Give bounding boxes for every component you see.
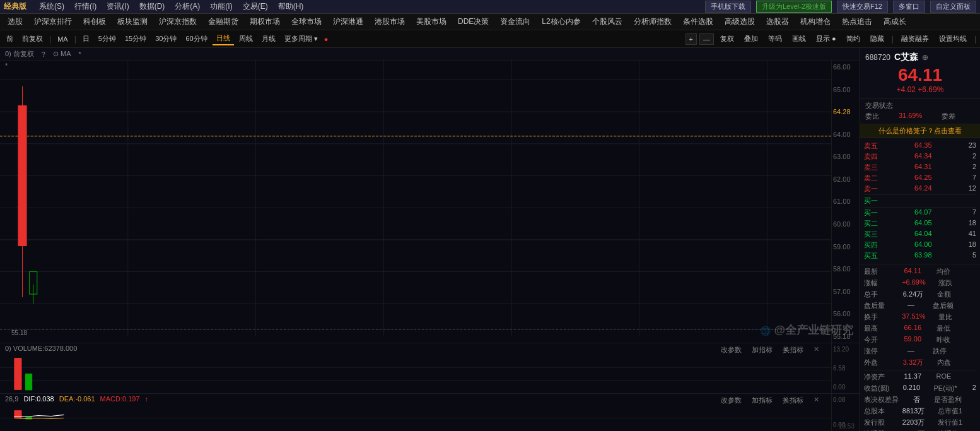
nav-selector[interactable]: 选股器 [761, 15, 794, 28]
macd-close-btn[interactable]: ✕ [811, 395, 822, 406]
tf-daily-active[interactable]: 日线 [213, 32, 234, 45]
buy-2-label: 买二 [864, 219, 878, 228]
buy-3: 买三 64.04 41 [864, 229, 976, 240]
price-scale: 66.00 65.00 64.28 64.00 63.00 62.00 61.0… [831, 61, 860, 343]
price-cage-banner[interactable]: 什么是价格笼子？点击查看 [860, 124, 980, 138]
tf-30min[interactable]: 30分钟 [151, 33, 180, 45]
nav-plate-monitor[interactable]: 板块监测 [112, 15, 153, 28]
stat-total-shares: 总股本 8813万 总市值1 [864, 406, 976, 417]
sell-orders: 卖五 64.35 23 卖四 64.34 2 卖三 64.31 2 卖二 64.… [864, 141, 976, 194]
menu-analysis[interactable]: 分析(A) [175, 1, 200, 12]
macd-chart [0, 405, 831, 431]
sell-5-vol: 23 [957, 141, 976, 151]
tf-5min[interactable]: 5分钟 [95, 33, 120, 45]
stock-name: C艾森 [894, 52, 918, 63]
ob-divider: 买一 [864, 194, 976, 208]
nav-condition[interactable]: 条件选股 [678, 15, 718, 28]
equal-btn[interactable]: 等码 [764, 33, 786, 45]
display-btn[interactable]: 显示 ● [812, 33, 840, 45]
setting-ma-btn[interactable]: 设置均线 [935, 33, 971, 45]
expand-icon[interactable]: ⊕ [922, 53, 928, 62]
menu-function[interactable]: 功能(I) [210, 1, 232, 12]
price-label-5518: 55.18 [833, 333, 858, 340]
chart-area: 0) 前复权 ? ⊙ MA * * [0, 48, 860, 431]
menu-info[interactable]: 资讯(I) [107, 1, 129, 12]
chart-info-prev: 0) 前复权 [5, 49, 34, 59]
chart-info-ma: ⊙ MA [53, 50, 71, 58]
buy-5-label: 买五 [864, 251, 878, 261]
zoom-minus-btn[interactable]: — [699, 33, 714, 45]
volume-chart [0, 355, 831, 393]
sell-2: 卖二 64.25 7 [864, 173, 976, 184]
overlay-btn[interactable]: 叠加 [740, 33, 762, 45]
hide-btn[interactable]: 隐藏 [866, 33, 888, 45]
fusion-btn[interactable]: 融资融券 [897, 33, 933, 45]
nav-index[interactable]: 沪深京指数 [154, 15, 202, 28]
nav-global[interactable]: 全球市场 [286, 15, 327, 28]
stat-circulating: 流通股 1663万 流通信1 [864, 428, 976, 431]
macd-switch-indicator-btn[interactable]: 换指标 [780, 395, 806, 406]
multi-window-btn[interactable]: 多窗口 [893, 1, 925, 13]
tf-more[interactable]: 更多周期 ▾ [281, 33, 322, 45]
vol-switch-indicator-btn[interactable]: 换指标 [780, 345, 806, 355]
nav-stock-cloud[interactable]: 个股风云 [587, 15, 627, 28]
simple-btn[interactable]: 简约 [843, 33, 864, 45]
menu-system[interactable]: 系统(S) [39, 1, 64, 12]
stat-open-prev: 今开 59.00 昨收 [864, 334, 976, 346]
buy-2-price: 64.05 [904, 219, 932, 228]
stat-latest: 最新 64.11 均价 [864, 266, 976, 278]
quanquan-btn[interactable]: 复权 [716, 33, 738, 45]
price-label-61: 61.00 [833, 198, 858, 205]
tf-monthly[interactable]: 月线 [258, 33, 279, 45]
nav-hk-connect[interactable]: 沪深港通 [328, 15, 368, 28]
macd-controls: 改参数 加指标 换指标 ✕ [718, 395, 822, 406]
nav-futures[interactable]: 金融期货 [203, 15, 243, 28]
nav-stock-pick[interactable]: 选股 [3, 15, 28, 28]
buy-1: 买一 64.07 7 [864, 208, 976, 218]
sep1: | [49, 35, 51, 44]
svg-rect-26 [26, 374, 32, 390]
chart-main[interactable]: * [0, 61, 860, 343]
nav-us-market[interactable]: 美股市场 [411, 15, 452, 28]
nav-l2[interactable]: L2核心内参 [537, 15, 585, 28]
tf-day[interactable]: 日 [79, 33, 93, 45]
draw-btn[interactable]: 画线 [788, 33, 810, 45]
vol-add-indicator-btn[interactable]: 加指标 [749, 345, 775, 355]
prev-close-btn[interactable]: 前复权 [18, 33, 47, 45]
macd-add-indicator-btn[interactable]: 加指标 [749, 395, 775, 406]
prev-close-label: 前 [3, 33, 17, 45]
menu-data[interactable]: 数据(D) [139, 1, 165, 12]
nav-analyst[interactable]: 分析师指数 [629, 15, 677, 28]
menu-trade[interactable]: 交易(E) [243, 1, 268, 12]
nav-options[interactable]: 期权市场 [245, 15, 285, 28]
tf-weekly[interactable]: 周线 [235, 33, 257, 45]
nav-institution[interactable]: 机构增仓 [795, 15, 836, 28]
zoom-plus-btn[interactable]: + [685, 33, 697, 45]
nav-dde[interactable]: DDE决策 [453, 15, 494, 28]
ma-btn[interactable]: MA [54, 34, 72, 44]
macd-area: 26,9 DIF:0.038 DEA:-0.061 MACD:0.197 ↑ 改… [0, 393, 860, 431]
stat-voting: 表决权差异 否 是否盈利 [864, 394, 976, 406]
quick-trade-btn[interactable]: 快速交易F12 [837, 1, 888, 13]
upgrade-btn[interactable]: 升级为Level-2极速版 [756, 1, 832, 13]
macd-modify-btn[interactable]: 改参数 [718, 395, 744, 406]
tf-15min[interactable]: 15分钟 [121, 33, 150, 45]
vol-modify-btn[interactable]: 改参数 [718, 345, 744, 355]
vol-close-btn[interactable]: ✕ [811, 345, 822, 355]
sell-3: 卖三 64.31 2 [864, 162, 976, 173]
sell-5-price: 64.35 [904, 141, 932, 151]
download-btn[interactable]: 手机版下载 [705, 1, 751, 13]
menu-market[interactable]: 行情(I) [74, 1, 96, 12]
tf-60min[interactable]: 60分钟 [182, 33, 211, 45]
custom-btn[interactable]: 自定义面板 [930, 1, 976, 13]
nav-advanced[interactable]: 高级选股 [720, 15, 760, 28]
nav-capital[interactable]: 资金流向 [495, 15, 535, 28]
nav-growth[interactable]: 高成长 [878, 15, 911, 28]
chart-info-help[interactable]: ? [42, 50, 45, 58]
nav-hotspot[interactable]: 热点追击 [837, 15, 877, 28]
sell-3-vol: 2 [957, 163, 976, 172]
menu-help[interactable]: 帮助(H) [278, 1, 304, 12]
nav-hk-market[interactable]: 港股市场 [370, 15, 410, 28]
nav-kechuangban[interactable]: 科创板 [78, 15, 111, 28]
nav-ranking[interactable]: 沪深京排行 [29, 15, 77, 28]
